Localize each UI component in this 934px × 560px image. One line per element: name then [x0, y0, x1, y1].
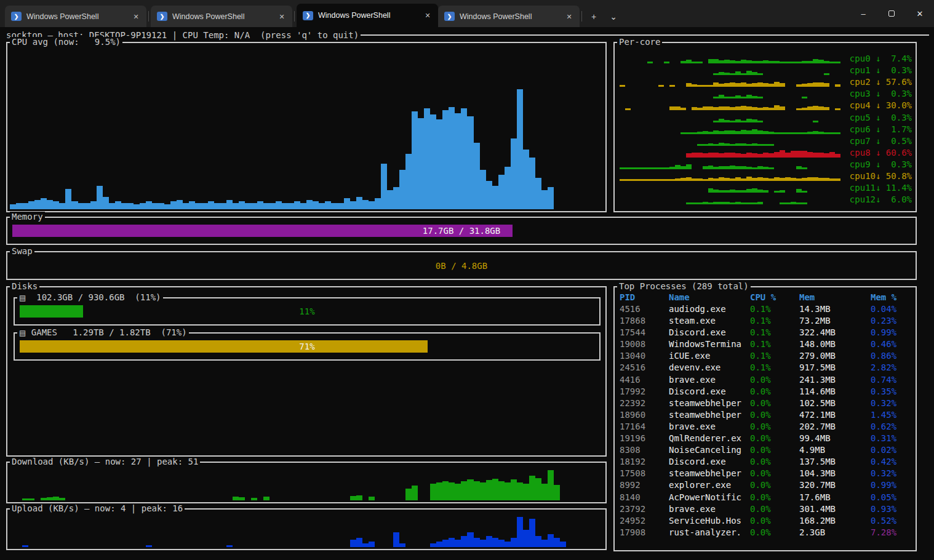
chart-bar — [625, 108, 631, 110]
chart-slot — [121, 470, 127, 500]
chart-slot — [768, 148, 774, 158]
chart-slot — [653, 54, 658, 63]
chart-slot — [511, 470, 517, 500]
process-cell: 0.52% — [871, 516, 911, 527]
chart-bar — [768, 178, 774, 182]
chart-bar — [681, 61, 686, 63]
process-cell: 0.1% — [750, 351, 799, 362]
chart-bar — [746, 119, 752, 122]
chart-slot — [653, 172, 658, 181]
chart-bar — [829, 62, 835, 63]
tab-4[interactable]: ❯Windows PowerShell✕ — [438, 6, 580, 27]
chart-slot — [824, 148, 829, 158]
chart-bar — [724, 120, 730, 122]
disk-title-text: GAMES 1.29TB / 1.82TB (71%) — [26, 327, 186, 337]
chart-slot — [418, 517, 424, 547]
chart-slot — [829, 125, 835, 134]
chart-slot — [697, 195, 703, 204]
chart-bar — [90, 201, 97, 209]
minimize-button[interactable]: – — [849, 0, 877, 27]
core-row-cpu3: cpu3 ↓ 0.3% — [620, 88, 913, 100]
chart-slot — [625, 78, 631, 87]
chart-slot — [835, 101, 840, 110]
process-cell: 0.35% — [871, 386, 911, 398]
chart-bar — [146, 201, 152, 209]
chart-slot — [467, 52, 473, 209]
chart-bar — [719, 95, 724, 98]
chart-slot — [785, 89, 791, 98]
chart-bar — [239, 201, 245, 209]
chart-slot — [785, 78, 791, 87]
chart-bar — [713, 97, 719, 99]
chart-slot — [713, 113, 719, 122]
chart-bar — [719, 106, 724, 111]
chart-bar — [703, 202, 708, 204]
swap-panel: Swap 0B / 4.8GB — [6, 251, 917, 280]
chart-bar — [541, 190, 548, 209]
chart-bar — [796, 202, 802, 204]
chart-bar — [350, 201, 356, 209]
chart-bar — [724, 73, 730, 75]
chart-slot — [442, 470, 449, 500]
per-core-title: Per-core — [617, 37, 662, 47]
tab-close-icon[interactable]: ✕ — [276, 11, 287, 22]
maximize-button[interactable] — [877, 0, 906, 27]
core-row-cpu8: cpu8 ↓ 60.6% — [620, 147, 913, 159]
chart-slot — [681, 66, 686, 75]
chart-slot — [306, 470, 313, 500]
chart-slot — [344, 517, 350, 547]
tab-dropdown-button[interactable]: ⌄ — [609, 12, 618, 22]
tab-close-icon[interactable]: ✕ — [564, 11, 575, 22]
chart-bar — [658, 85, 664, 87]
process-cell: rust-analyzer. — [669, 527, 750, 539]
chart-slot — [300, 470, 306, 500]
chart-slot — [239, 470, 245, 500]
chart-bar — [796, 84, 802, 87]
chart-bar — [375, 198, 381, 209]
process-cell: 18192 — [620, 457, 669, 468]
tab-close-icon[interactable]: ✕ — [422, 10, 433, 21]
chart-slot — [807, 89, 813, 98]
chart-slot — [713, 137, 719, 146]
tab-1[interactable]: ❯Windows PowerShell✕ — [5, 6, 146, 27]
chart-slot — [724, 78, 730, 87]
chart-slot — [369, 470, 375, 500]
chart-slot — [735, 78, 741, 87]
tab-2[interactable]: ❯Windows PowerShell✕ — [151, 6, 292, 27]
chart-bar — [719, 177, 724, 181]
chart-slot — [585, 470, 591, 500]
new-tab-button[interactable]: + — [589, 12, 599, 22]
chart-slot — [16, 470, 22, 500]
chart-bar — [741, 106, 746, 111]
chart-bar — [768, 153, 774, 158]
chart-slot — [735, 66, 741, 75]
chart-slot — [669, 172, 675, 181]
chart-bar — [554, 538, 560, 547]
chart-slot — [669, 113, 675, 122]
process-cell: 0.0% — [750, 492, 799, 504]
chart-slot — [724, 172, 730, 181]
chart-slot — [763, 89, 768, 98]
chart-bar — [763, 131, 768, 134]
chart-bar — [713, 167, 719, 169]
chart-bar — [807, 132, 813, 134]
process-row: 19196QmlRenderer.ex0.0%99.4MB0.31% — [620, 433, 911, 445]
process-cell: 13040 — [620, 351, 669, 362]
chart-bar — [369, 497, 375, 500]
tab-close-icon[interactable]: ✕ — [130, 11, 142, 22]
chart-bar — [28, 498, 34, 500]
chart-bar — [763, 60, 768, 63]
process-row: 17868steam.exe0.1%73.2MB0.23% — [620, 316, 911, 327]
chart-slot — [177, 470, 183, 500]
tab-3[interactable]: ❯Windows PowerShell✕ — [297, 4, 438, 27]
chart-bar — [686, 132, 692, 134]
core-row-cpu2: cpu2 ↓ 57.6% — [620, 76, 913, 88]
chart-bar — [686, 164, 692, 169]
chart-slot — [774, 137, 780, 146]
chart-bar — [708, 153, 714, 158]
chart-slot — [818, 89, 824, 98]
chart-slot — [768, 172, 774, 181]
close-button[interactable]: ✕ — [906, 0, 934, 27]
chart-slot — [405, 470, 412, 500]
chart-slot — [10, 470, 16, 500]
